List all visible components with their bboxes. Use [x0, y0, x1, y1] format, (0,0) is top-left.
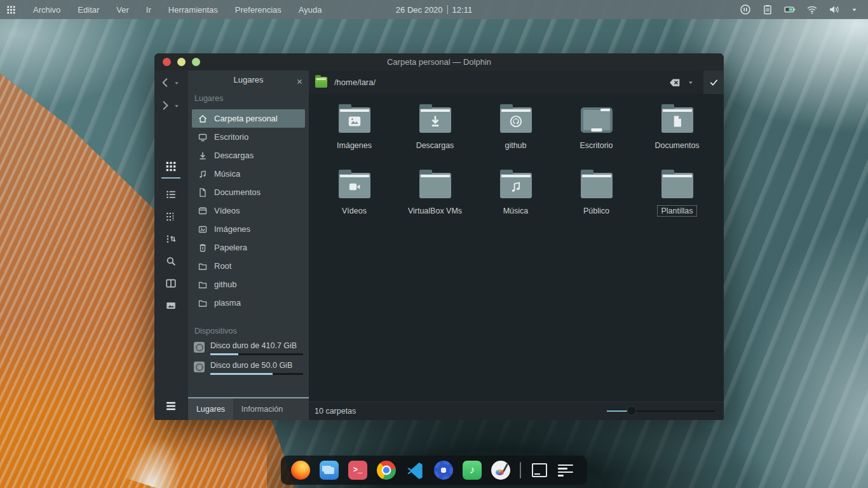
forward-history-caret-icon[interactable]	[173, 103, 180, 109]
vscode-icon[interactable]	[405, 461, 424, 480]
terminal-icon[interactable]: >_	[348, 461, 367, 480]
folder-item-musica[interactable]: Música	[475, 167, 556, 216]
folder-item-publico[interactable]: Público	[556, 167, 637, 216]
dolphin-window: Carpeta personal — Dolphin Lugares Lugar…	[154, 53, 724, 420]
place-item-documentos[interactable]: Documentos	[192, 183, 305, 201]
folder-icon	[661, 107, 693, 133]
search-button[interactable]	[165, 255, 177, 267]
preview-button[interactable]	[165, 300, 177, 311]
trash-icon	[198, 243, 208, 253]
image-emblem-icon	[348, 115, 361, 128]
folder-item-plantillas[interactable]: Plantillas	[637, 167, 717, 216]
folder-label: Música	[500, 206, 532, 216]
places-list: Carpeta personal Escritorio Descargas Mú…	[192, 109, 305, 312]
download-emblem-icon	[428, 115, 442, 128]
menu-ver[interactable]: Ver	[116, 5, 129, 15]
system-settings-icon[interactable]	[434, 461, 453, 480]
folder-icon	[500, 173, 532, 198]
home-icon	[198, 114, 208, 124]
status-text: 10 carpetas	[315, 407, 356, 416]
devices-list: Disco duro de 410.7 GiB Disco duro de 50…	[194, 341, 303, 375]
place-label: Vídeos	[214, 206, 240, 215]
paint-icon[interactable]	[491, 461, 510, 480]
panel-close-icon[interactable]	[296, 76, 303, 83]
folder-icon	[339, 173, 370, 198]
battery-charging-icon[interactable]	[784, 4, 796, 15]
place-item-musica[interactable]: Música	[192, 165, 305, 183]
tab-lugares[interactable]: Lugares	[188, 398, 233, 420]
menu-ayuda[interactable]: Ayuda	[299, 5, 322, 15]
menu-preferencias[interactable]: Preferencias	[235, 5, 281, 15]
place-item-escritorio[interactable]: Escritorio	[192, 128, 305, 146]
pause-icon[interactable]	[740, 4, 751, 15]
firefox-icon[interactable]	[291, 461, 310, 480]
app-grid-icon[interactable]	[6, 5, 16, 15]
music-player-icon[interactable]: ♪	[463, 461, 482, 480]
accept-location-button[interactable]	[703, 71, 724, 94]
download-icon	[198, 151, 208, 161]
sort-button[interactable]	[165, 233, 177, 245]
device-usage-bar	[210, 373, 303, 375]
folder-item-descargas[interactable]: Descargas	[395, 102, 475, 151]
device-item-disk2[interactable]: Disco duro de 50.0 GiB	[194, 361, 303, 375]
place-item-plasma[interactable]: plasma	[192, 294, 305, 312]
notes-icon[interactable]	[558, 461, 577, 480]
volume-icon[interactable]	[829, 4, 840, 15]
place-label: Escritorio	[214, 132, 248, 142]
minimize-button[interactable]	[177, 58, 186, 66]
menu-hamburger-button[interactable]	[165, 400, 177, 412]
place-item-papelera[interactable]: Papelera	[192, 238, 305, 257]
back-button[interactable]	[159, 77, 171, 88]
zoom-slider[interactable]	[607, 406, 715, 416]
folder-item-documentos[interactable]: Documentos	[637, 102, 717, 151]
clock[interactable]: 26 Dec 2020 12:11	[396, 5, 472, 15]
maximize-button[interactable]	[192, 58, 200, 66]
folder-icon	[419, 173, 451, 198]
split-view-button[interactable]	[165, 278, 177, 289]
place-item-imagenes[interactable]: Imágenes	[192, 220, 305, 238]
titlebar[interactable]: Carpeta personal — Dolphin	[154, 53, 724, 71]
location-dropdown-caret-icon[interactable]	[688, 79, 694, 86]
folder-green-icon[interactable]	[315, 77, 327, 88]
harddisk-icon	[194, 342, 205, 353]
tool-strip	[154, 71, 188, 420]
folder-icon	[198, 298, 208, 308]
tab-informacion[interactable]: Información	[233, 398, 291, 420]
compact-view-button[interactable]	[165, 211, 177, 222]
place-item-carpeta-personal[interactable]: Carpeta personal	[192, 109, 305, 128]
folder-item-virtualbox-vms[interactable]: VirtualBox VMs	[395, 167, 475, 216]
folder-item-imagenes[interactable]: Imágenes	[314, 102, 395, 151]
back-history-caret-icon[interactable]	[173, 80, 180, 86]
file-manager-icon[interactable]	[320, 461, 339, 480]
menu-archivo[interactable]: Archivo	[33, 5, 60, 15]
place-item-videos[interactable]: Vídeos	[192, 201, 305, 220]
details-view-button[interactable]	[165, 189, 177, 200]
menu-herramientas[interactable]: Herramientas	[168, 5, 218, 15]
close-button[interactable]	[163, 58, 171, 66]
forward-button[interactable]	[159, 100, 171, 111]
folder-item-videos[interactable]: Vídeos	[314, 167, 395, 216]
place-label: Papelera	[214, 243, 247, 252]
clipboard-icon[interactable]	[762, 4, 773, 15]
folder-item-escritorio[interactable]: Escritorio	[556, 102, 637, 151]
menu-ir[interactable]: Ir	[146, 5, 151, 15]
place-item-root[interactable]: Root	[192, 257, 305, 275]
menu-editar[interactable]: Editar	[78, 5, 99, 15]
icons-view-button[interactable]	[165, 161, 177, 172]
caret-down-icon[interactable]	[851, 6, 858, 13]
folder-item-github[interactable]: github	[475, 102, 556, 151]
place-item-descargas[interactable]: Descargas	[192, 146, 305, 165]
clear-location-icon[interactable]	[669, 77, 681, 88]
window-outline-icon[interactable]	[532, 463, 547, 477]
location-toolbar: /home/lara/	[309, 71, 724, 94]
folder-view[interactable]: Imágenes Descargas github Escritorio	[309, 94, 724, 402]
wifi-icon[interactable]	[806, 4, 818, 15]
zoom-slider-handle[interactable]	[627, 406, 637, 416]
place-item-github[interactable]: github	[192, 275, 305, 294]
folder-icon	[198, 261, 208, 271]
folder-icon	[581, 173, 613, 198]
chrome-icon[interactable]	[377, 461, 396, 480]
device-item-disk1[interactable]: Disco duro de 410.7 GiB	[194, 341, 303, 355]
location-path[interactable]: /home/lara/	[334, 78, 376, 87]
desktop-icon	[198, 132, 208, 142]
